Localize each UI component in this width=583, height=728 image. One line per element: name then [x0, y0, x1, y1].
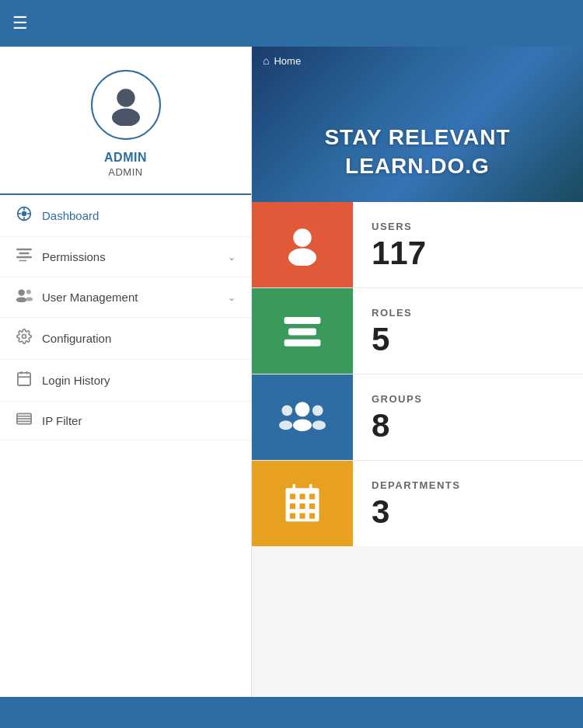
svg-rect-17	[18, 373, 30, 385]
svg-point-13	[16, 298, 27, 302]
groups-icon-box	[252, 374, 353, 460]
departments-stat-info: DEPARTMENTS 3	[353, 461, 583, 546]
login-history-icon	[16, 371, 33, 390]
hero-title-line1: STAY RELEVANT	[252, 124, 583, 152]
svg-rect-10	[16, 256, 32, 259]
svg-rect-40	[290, 503, 295, 509]
sidebar-item-permissions[interactable]: Permissions ⌄	[0, 237, 251, 277]
user-management-chevron-icon: ⌄	[228, 292, 236, 303]
svg-point-35	[312, 420, 326, 430]
svg-point-16	[23, 335, 26, 339]
svg-point-30	[295, 402, 310, 416]
stat-row-groups: GROUPS 8	[252, 374, 583, 461]
avatar	[91, 70, 161, 140]
svg-rect-9	[19, 253, 29, 255]
hero-banner: ⌂ Home STAY RELEVANT LEARN.DO.G	[252, 47, 583, 202]
departments-value: 3	[372, 496, 564, 528]
users-label: USERS	[372, 221, 564, 232]
svg-point-31	[293, 420, 312, 431]
svg-rect-42	[309, 503, 315, 509]
stat-row-roles: ROLES 5	[252, 288, 583, 374]
permissions-chevron-icon: ⌄	[228, 252, 236, 263]
hamburger-menu-icon[interactable]: ☰	[12, 15, 28, 32]
svg-point-14	[26, 290, 31, 294]
sidebar-item-user-management[interactable]: User Management ⌄	[0, 277, 251, 318]
svg-rect-8	[16, 249, 32, 251]
svg-rect-38	[299, 494, 305, 500]
stat-row-departments: DEPARTMENTS 3	[252, 461, 583, 546]
main-area: ADMIN ADMIN Dashboard	[0, 47, 583, 697]
breadcrumb: ⌂ Home	[263, 54, 301, 67]
content-area: ⌂ Home STAY RELEVANT LEARN.DO.G USERS	[252, 47, 583, 697]
bottom-bar	[0, 697, 583, 728]
svg-point-3	[22, 211, 27, 217]
sidebar-item-permissions-label: Permissions	[42, 250, 228, 263]
sidebar-item-configuration[interactable]: Configuration	[0, 318, 251, 360]
stats-container: USERS 117 ROLES 5	[252, 202, 583, 546]
svg-rect-41	[299, 503, 305, 509]
svg-rect-47	[309, 484, 312, 491]
groups-label: GROUPS	[372, 393, 564, 405]
sidebar-item-dashboard-label: Dashboard	[42, 209, 236, 222]
svg-point-25	[293, 228, 311, 246]
breadcrumb-label: Home	[274, 55, 301, 67]
user-avatar-icon	[105, 84, 147, 126]
hero-title-line2: LEARN.DO.G	[252, 152, 583, 180]
svg-point-33	[279, 420, 292, 430]
users-stat-icon	[281, 224, 323, 266]
svg-point-0	[117, 89, 134, 106]
admin-username: ADMIN	[104, 151, 147, 165]
sidebar: ADMIN ADMIN Dashboard	[0, 47, 252, 697]
sidebar-item-login-history-label: Login History	[42, 374, 236, 387]
svg-point-15	[26, 298, 33, 301]
groups-stat-icon	[279, 398, 326, 437]
roles-stat-info: ROLES 5	[353, 288, 583, 374]
hero-text: STAY RELEVANT LEARN.DO.G	[252, 124, 583, 180]
sidebar-item-dashboard[interactable]: Dashboard	[0, 195, 251, 237]
sidebar-nav: Dashboard Permissions ⌄	[0, 195, 251, 441]
svg-point-34	[312, 406, 323, 416]
roles-icon-box	[252, 288, 353, 374]
departments-label: DEPARTMENTS	[372, 479, 564, 491]
sidebar-item-ip-filter[interactable]: IP Filter	[0, 402, 251, 441]
svg-rect-44	[299, 514, 305, 519]
roles-value: 5	[372, 323, 564, 356]
user-management-icon	[16, 288, 33, 306]
svg-rect-29	[285, 340, 321, 347]
departments-stat-icon	[283, 482, 322, 524]
sidebar-item-ip-filter-label: IP Filter	[42, 414, 236, 427]
svg-rect-46	[293, 484, 296, 491]
ip-filter-icon	[16, 413, 33, 429]
configuration-icon	[16, 329, 33, 348]
svg-rect-11	[19, 260, 26, 262]
svg-rect-28	[288, 328, 316, 335]
users-value: 117	[372, 237, 564, 270]
roles-label: ROLES	[372, 307, 564, 319]
roles-stat-icon	[281, 314, 323, 348]
admin-role-label: ADMIN	[108, 166, 142, 178]
svg-rect-45	[309, 514, 315, 519]
users-icon-box	[252, 202, 353, 287]
users-stat-info: USERS 117	[353, 202, 583, 287]
dashboard-icon	[16, 206, 33, 225]
svg-point-12	[18, 289, 24, 295]
groups-stat-info: GROUPS 8	[353, 374, 583, 460]
svg-rect-37	[290, 494, 295, 500]
sidebar-item-configuration-label: Configuration	[42, 332, 236, 345]
groups-value: 8	[372, 409, 564, 442]
home-icon: ⌂	[263, 54, 269, 67]
top-bar: ☰	[0, 0, 583, 47]
svg-point-26	[288, 249, 316, 266]
svg-rect-43	[290, 514, 295, 519]
stat-row-users: USERS 117	[252, 202, 583, 288]
departments-icon-box	[252, 461, 353, 546]
permissions-icon	[16, 248, 33, 266]
svg-rect-27	[285, 317, 321, 324]
svg-point-1	[112, 109, 140, 127]
sidebar-header: ADMIN ADMIN	[0, 47, 251, 195]
svg-rect-39	[309, 494, 315, 500]
sidebar-item-user-management-label: User Management	[42, 291, 228, 304]
svg-point-32	[281, 406, 292, 416]
sidebar-item-login-history[interactable]: Login History	[0, 360, 251, 402]
